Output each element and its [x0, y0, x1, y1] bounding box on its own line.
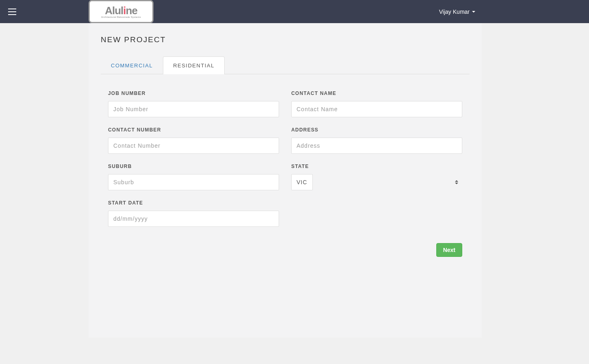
- input-job-number[interactable]: [108, 101, 279, 117]
- label-state: STATE: [291, 164, 462, 169]
- label-contact-number: CONTACT NUMBER: [108, 127, 279, 133]
- input-start-date[interactable]: [108, 211, 279, 227]
- main-content: NEW PROJECT COMMERCIAL RESIDENTIAL JOB N…: [89, 23, 482, 338]
- field-job-number: JOB NUMBER: [108, 90, 279, 117]
- field-contact-name: CONTACT NAME: [291, 90, 462, 117]
- tab-commercial[interactable]: COMMERCIAL: [101, 56, 163, 74]
- select-state[interactable]: VIC: [291, 174, 313, 190]
- form-actions: Next: [101, 243, 470, 257]
- input-address[interactable]: [291, 138, 462, 154]
- page-title: NEW PROJECT: [101, 35, 470, 44]
- label-suburb: SUBURB: [108, 164, 279, 169]
- input-contact-name[interactable]: [291, 101, 462, 117]
- input-contact-number[interactable]: [108, 138, 279, 154]
- label-start-date: START DATE: [108, 200, 279, 206]
- next-button[interactable]: Next: [436, 243, 462, 257]
- user-name: Vijay Kumar: [439, 9, 470, 15]
- field-state: STATE VIC: [291, 164, 462, 190]
- caret-down-icon: [472, 11, 475, 13]
- select-arrows-icon: [455, 180, 458, 184]
- label-address: ADDRESS: [291, 127, 462, 133]
- hamburger-menu-icon[interactable]: [8, 9, 16, 15]
- label-job-number: JOB NUMBER: [108, 90, 279, 96]
- field-start-date: START DATE: [108, 200, 279, 227]
- tabs: COMMERCIAL RESIDENTIAL: [101, 56, 470, 74]
- user-menu-dropdown[interactable]: Vijay Kumar: [439, 9, 475, 15]
- input-suburb[interactable]: [108, 174, 279, 190]
- field-suburb: SUBURB: [108, 164, 279, 190]
- brand-logo[interactable]: Aluline Architectural Balustrade Systems: [89, 0, 154, 23]
- form-grid: JOB NUMBER CONTACT NAME CONTACT NUMBER A…: [101, 90, 470, 227]
- tab-residential[interactable]: RESIDENTIAL: [163, 56, 225, 74]
- field-address: ADDRESS: [291, 127, 462, 154]
- top-header: Aluline Architectural Balustrade Systems…: [0, 0, 589, 23]
- field-contact-number: CONTACT NUMBER: [108, 127, 279, 154]
- label-contact-name: CONTACT NAME: [291, 90, 462, 96]
